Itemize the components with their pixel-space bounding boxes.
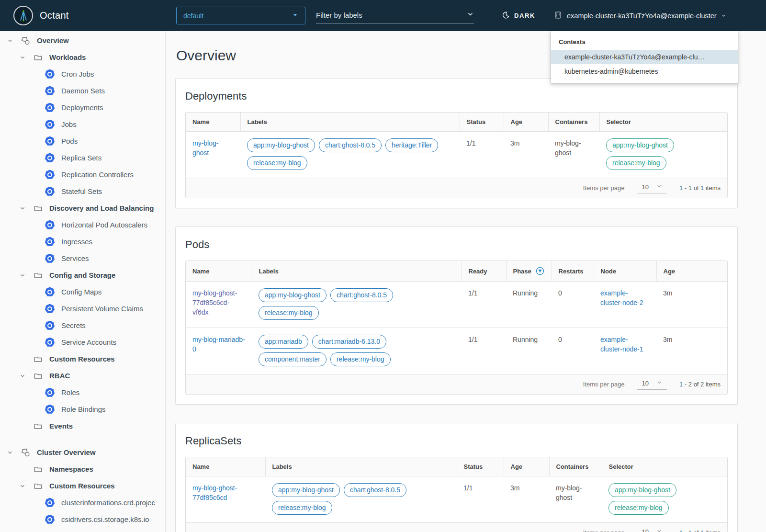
chevron-down-icon bbox=[656, 183, 662, 191]
rolebinding-icon bbox=[45, 405, 55, 414]
chevron-down-icon[interactable] bbox=[6, 448, 14, 457]
items-per-page-select[interactable]: 10 bbox=[637, 182, 667, 193]
sidebar-item-roles[interactable]: Roles bbox=[0, 384, 165, 401]
sidebar-item-service-accounts[interactable]: Service Accounts bbox=[0, 334, 165, 351]
sidebar-item-pods[interactable]: Pods bbox=[0, 133, 165, 149]
label-filter-input[interactable] bbox=[316, 11, 452, 19]
cell-ready: 1/1 bbox=[462, 328, 506, 374]
sidebar-item-csidrivers-csi-storage-k8s-io[interactable]: csidrivers.csi.storage.k8s.io bbox=[0, 511, 165, 528]
label-badge[interactable]: chart:ghost-8.0.5 bbox=[319, 138, 382, 152]
label-badge[interactable]: heritage:Tiller bbox=[385, 138, 438, 152]
sidebar-item-label: Custom Resources bbox=[49, 482, 115, 490]
column-header-name: Name bbox=[186, 113, 240, 132]
context-menu-item-1[interactable]: example-cluster-ka3TuTzYo4a@example-clu… bbox=[551, 50, 738, 64]
sidebar-item-cluster-overview[interactable]: Cluster Overview bbox=[0, 444, 165, 461]
column-header-labels: Labels bbox=[265, 457, 457, 476]
folder-icon bbox=[33, 354, 43, 364]
items-per-page-select[interactable]: 10 bbox=[637, 379, 667, 390]
ingress-icon bbox=[45, 237, 55, 247]
sidebar-item-workloads[interactable]: Workloads bbox=[0, 49, 165, 66]
sidebar-item-label: clusterinformations.crd.projec bbox=[61, 498, 155, 507]
chevron-down-icon[interactable] bbox=[467, 11, 474, 20]
sidebar-item-label: Secrets bbox=[61, 321, 86, 329]
folder-icon bbox=[33, 271, 43, 280]
label-badge[interactable]: app:my-blog-ghost bbox=[259, 288, 327, 302]
replicasets-table: NameLabelsStatusAgeContainersSelectormy-… bbox=[185, 457, 728, 532]
phase-filter-icon[interactable] bbox=[536, 267, 544, 275]
label-badge[interactable]: app:mariadb bbox=[259, 335, 308, 349]
label-badge[interactable]: component:master bbox=[259, 352, 327, 366]
chevron-down-icon[interactable] bbox=[18, 482, 27, 490]
sidebar-item-config-maps[interactable]: Config Maps bbox=[0, 283, 165, 300]
label-badge[interactable]: chart:mariadb-6.13.0 bbox=[312, 335, 386, 349]
chevron-down-icon[interactable] bbox=[18, 204, 27, 213]
selector-badge[interactable]: app:my-blog-ghost bbox=[606, 138, 674, 152]
sidebar-item-label: Custom Resources bbox=[49, 355, 115, 363]
dark-mode-label: DARK bbox=[514, 12, 535, 19]
sidebar-item-label: Overview bbox=[37, 36, 69, 45]
chevron-down-icon bbox=[656, 528, 662, 532]
sidebar-item-label: Cron Jobs bbox=[61, 70, 94, 78]
chevron-down-icon[interactable] bbox=[6, 36, 14, 45]
sidebar-item-custom-resources[interactable]: Custom Resources bbox=[0, 477, 165, 494]
sidebar-item-deployments[interactable]: Deployments bbox=[0, 99, 165, 116]
sidebar-item-services[interactable]: Services bbox=[0, 250, 165, 267]
sidebar-item-replication-controllers[interactable]: Replication Controllers bbox=[0, 166, 165, 183]
sidebar-item-label: Replica Sets bbox=[61, 154, 101, 162]
sidebar-item-cron-jobs[interactable]: Cron Jobs bbox=[0, 66, 165, 82]
resource-link[interactable]: my-blog-ghost bbox=[192, 139, 218, 157]
sidebar-item-overview[interactable]: Overview bbox=[0, 32, 165, 49]
sidebar-item-discovery-and-load-balancing[interactable]: Discovery and Load Balancing bbox=[0, 200, 165, 216]
sidebar-item-jobs[interactable]: Jobs bbox=[0, 116, 165, 133]
sidebar-item-namespaces[interactable]: Namespaces bbox=[0, 461, 165, 477]
context-menu-item-2[interactable]: kubernetes-admin@kubernetes bbox=[551, 64, 738, 79]
resource-link[interactable]: example-cluster-node-1 bbox=[600, 336, 643, 353]
sidebar-item-stateful-sets[interactable]: Stateful Sets bbox=[0, 183, 165, 200]
selector-badge[interactable]: release:my-blog bbox=[606, 156, 666, 170]
sidebar-item-events[interactable]: Events bbox=[0, 418, 165, 434]
sidebar-item-clusterinformations-crd-projec[interactable]: clusterinformations.crd.projec bbox=[0, 494, 165, 511]
sidebar-item-rbac[interactable]: RBAC bbox=[0, 367, 165, 384]
selector-badge[interactable]: app:my-blog-ghost bbox=[608, 483, 676, 497]
sidebar-item-config-and-storage[interactable]: Config and Storage bbox=[0, 267, 165, 283]
label-badge[interactable]: release:my-blog bbox=[272, 501, 332, 515]
sidebar-item-label: Horizontal Pod Autoscalers bbox=[61, 221, 147, 229]
dark-mode-toggle[interactable]: DARK bbox=[502, 0, 535, 31]
label-badge[interactable]: app:my-blog-ghost bbox=[247, 138, 315, 152]
label-badge[interactable]: chart:ghost-8.0.5 bbox=[344, 483, 406, 497]
cell-text: 0 bbox=[558, 289, 562, 297]
resource-link[interactable]: my-blog-mariadb-0 bbox=[192, 336, 245, 353]
sidebar-item-persistent-volume-claims[interactable]: Persistent Volume Claims bbox=[0, 300, 165, 317]
label-badge[interactable]: app:my-blog-ghost bbox=[272, 483, 340, 497]
resource-link[interactable]: my-blog-ghost-77df85c6cd-vf6dx bbox=[192, 289, 237, 316]
selector-badge[interactable]: release:my-blog bbox=[608, 501, 669, 515]
context-selector-button[interactable]: example-cluster-ka3TuTzYo4a@example-clus… bbox=[553, 0, 726, 31]
sidebar-item-custom-resources[interactable]: Custom Resources bbox=[0, 351, 165, 367]
sidebar-item-role-bindings[interactable]: Role Bindings bbox=[0, 401, 165, 418]
items-per-page-label: Items per page bbox=[583, 381, 625, 388]
sidebar-item-replica-sets[interactable]: Replica Sets bbox=[0, 149, 165, 166]
sidebar-item-label: Ingresses bbox=[61, 238, 92, 246]
cell-text: my-blog-ghost bbox=[555, 139, 581, 157]
items-per-page-select[interactable]: 10 bbox=[637, 527, 667, 532]
label-badge[interactable]: chart:ghost-8.0.5 bbox=[330, 288, 393, 302]
sidebar-item-secrets[interactable]: Secrets bbox=[0, 317, 165, 334]
resource-link[interactable]: example-cluster-node-2 bbox=[600, 289, 643, 306]
sidebar-item-label: RBAC bbox=[49, 372, 70, 380]
label-badge[interactable]: release:my-blog bbox=[247, 156, 307, 170]
chevron-down-icon[interactable] bbox=[18, 372, 27, 380]
chevron-down-icon[interactable] bbox=[18, 271, 27, 280]
label-badge[interactable]: release:my-blog bbox=[330, 352, 391, 366]
column-header-ready: Ready bbox=[462, 261, 506, 282]
sidebar-item-horizontal-pod-autoscalers[interactable]: Horizontal Pod Autoscalers bbox=[0, 216, 165, 233]
label-badge[interactable]: release:my-blog bbox=[259, 306, 319, 320]
namespace-select[interactable]: default bbox=[176, 7, 305, 24]
resource-link[interactable]: my-blog-ghost-77df85c6cd bbox=[192, 484, 237, 501]
chevron-down-icon[interactable] bbox=[18, 53, 27, 62]
sidebar-item-daemon-sets[interactable]: Daemon Sets bbox=[0, 82, 165, 99]
sidebar-item-ingresses[interactable]: Ingresses bbox=[0, 233, 165, 250]
label-filter bbox=[316, 7, 474, 23]
column-header-name: Name bbox=[186, 261, 252, 282]
column-header-selector: Selector bbox=[602, 457, 727, 476]
service-icon bbox=[45, 254, 55, 263]
